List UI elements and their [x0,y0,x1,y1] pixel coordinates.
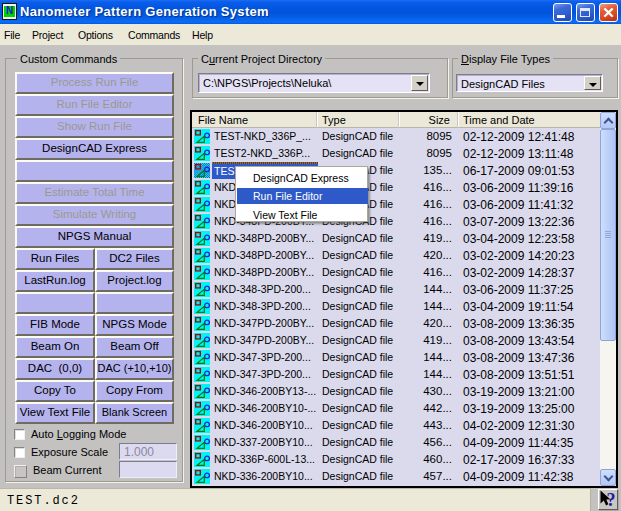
svg-text:?: ? [607,490,616,509]
